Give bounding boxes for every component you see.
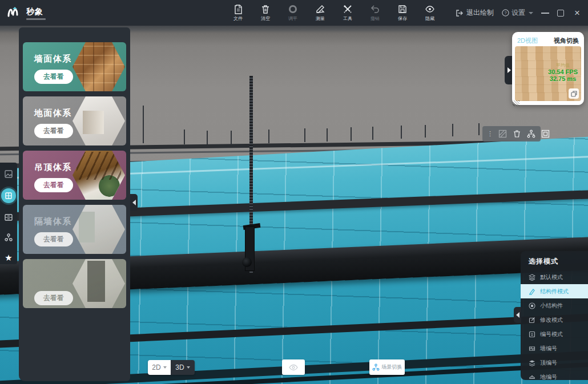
mode-panel-title: 选择模式 [521,256,588,270]
selection-toolbar: ⋮ [482,126,541,142]
tools-button[interactable]: 工具 [338,4,357,22]
tab-2d-view[interactable]: 2D视图 [517,37,538,45]
view-swap-button[interactable] [569,88,579,99]
settings-label: 设置 [512,8,525,18]
settings-button[interactable]: ? 设置 [502,8,533,18]
collapse-left-icon [516,312,519,318]
select-mode-panel: 选择模式 默认模式 结构件模式 小结构件 修改模式 编号模式 墙编号 顶编号 地… [521,251,588,380]
card-fifth-system[interactable]: 去看看 [23,259,126,308]
card-wall-system[interactable]: 墙面体系 去看看 [23,42,126,91]
performance-stats: 平均值 30.54 FPS 32.75 ms [548,62,578,82]
latency-value: 32.75 ms [548,75,578,82]
sidebar-collapse-handle[interactable] [130,194,138,211]
hatch-fill-button[interactable] [498,130,507,138]
wall-system-thumbnail [73,42,125,91]
card-ceiling-system[interactable]: 吊顶体系 去看看 [23,151,126,200]
mode-ceiling-number[interactable]: 顶编号 [521,355,588,370]
ring-icon [288,4,298,14]
go-see-button[interactable]: 去看看 [34,124,73,138]
card-floor-system[interactable]: 地面体系 去看看 [23,96,126,145]
mode-structural[interactable]: 结构件模式 [521,284,588,298]
system-sidebar: 墙面体系 去看看 地面体系 去看看 吊顶体系 去看看 隔墙体系 去看看 去看看 [19,27,130,381]
mode-small-parts[interactable]: 小结构件 [521,298,588,313]
hide-button[interactable]: 隐藏 [420,4,440,22]
drawer-icon [4,213,13,222]
eye-icon [289,364,298,371]
svg-text:?: ? [505,10,507,15]
fifth-system-thumbnail [73,259,125,308]
go-see-button[interactable]: 去看看 [34,70,73,84]
hanger-rod [425,125,426,138]
topbar-right: 退出绘制 ? 设置 × [456,0,582,26]
tools-icon [343,4,353,14]
delete-button[interactable] [513,130,521,138]
go-see-button[interactable]: 去看看 [34,291,73,305]
structure-icon [529,288,535,295]
go-see-button[interactable]: 去看看 [34,232,73,246]
collapse-left-icon [132,200,136,205]
rail-image-button[interactable] [3,168,14,180]
close-button[interactable]: × [572,7,582,19]
mode-wall-number[interactable]: 墙编号 [521,341,588,355]
drag-handle-icon[interactable]: ⋮ [487,131,493,137]
trash-icon [260,4,271,14]
trash-icon [513,130,521,138]
top-bar: 秒象 文件 清空 调平 测量 工具 撤销 保存 [0,0,588,26]
hanger-rod [351,127,352,141]
mode-panel-collapse-handle[interactable] [514,307,521,323]
dimension-toggle: 2D 3D [148,360,195,375]
mode-modify[interactable]: 修改模式 [521,313,588,327]
card-title: 墙面体系 [34,54,72,64]
2d-view-thumbnail[interactable]: 平均值 30.54 FPS 32.75 ms [515,46,581,101]
2d-mode-button[interactable]: 2D [148,360,171,375]
expand-right-icon [508,67,511,73]
hanger-rod [372,127,373,140]
left-icon-rail: ★ [0,163,17,264]
file-button[interactable]: 文件 [228,4,248,22]
caret-down-icon [187,366,190,369]
measure-icon [315,4,325,14]
rail-favorites-button[interactable]: ★ [3,252,14,263]
mode-floor-number[interactable]: 地编号 [521,370,588,384]
measure-button[interactable]: 测量 [311,4,330,22]
rail-drawer-button[interactable] [3,212,14,223]
clear-button[interactable]: 清空 [256,4,275,22]
view-panel-resize-handle[interactable] [513,100,519,106]
rail-furniture-button[interactable] [1,188,16,203]
save-button[interactable]: 保存 [393,4,412,22]
hanger-rod [207,131,208,144]
image-icon [4,169,13,179]
leveling-button[interactable]: 调平 [283,4,303,22]
tab-view-switch[interactable]: 视角切换 [554,37,579,45]
partition-system-thumbnail [73,205,125,254]
frame-select-button[interactable] [541,130,550,138]
scene-switch-button[interactable]: 场景切换 [369,359,405,375]
molecule-icon [4,233,13,242]
wall-icon [529,345,535,352]
mode-default[interactable]: 默认模式 [521,270,588,284]
hanger-rod [478,123,480,135]
molecule-icon [372,363,380,371]
chevron-down-icon [529,12,533,14]
card-partition-system[interactable]: 隔墙体系 去看看 [23,205,126,254]
hanger-rod [268,130,269,143]
visibility-button[interactable] [282,359,305,375]
hanger-rod [143,106,144,143]
eye-icon [425,4,435,14]
rail-scene-button[interactable] [3,232,14,243]
app-logo: 秒象 [0,6,126,21]
exit-draw-button[interactable]: 退出绘制 [456,8,494,18]
3d-mode-button[interactable]: 3D [171,360,195,375]
maximize-button[interactable] [557,10,564,17]
exit-icon [456,9,464,17]
logo-icon [7,6,23,21]
hierarchy-icon [527,130,535,138]
undo-button[interactable]: 撤销 [365,4,385,22]
minimize-button[interactable] [541,13,549,14]
mode-numbering[interactable]: 编号模式 [521,327,588,341]
caret-down-icon [163,366,167,369]
hierarchy-button[interactable] [527,130,535,138]
go-see-button[interactable]: 去看看 [34,178,73,192]
plant-image [99,175,120,197]
logo-text: 秒象 [26,7,43,16]
